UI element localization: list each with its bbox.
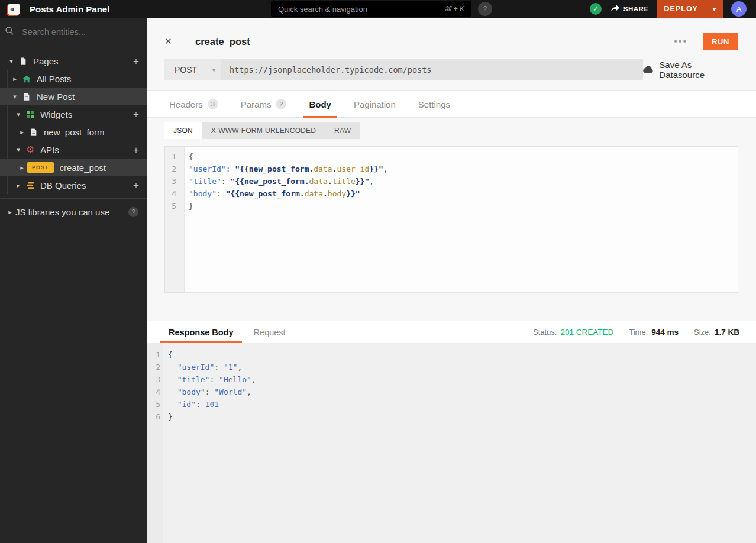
sidebar-item-label: Widgets — [40, 109, 147, 119]
add-entity-button[interactable]: + — [133, 56, 139, 66]
entity-search-placeholder: Search entities... — [22, 27, 86, 37]
more-options-button[interactable]: ••• — [674, 36, 687, 47]
code-token: . — [323, 189, 328, 198]
line-number: 5 — [147, 398, 163, 411]
search-icon — [5, 26, 14, 38]
code-token: { — [168, 350, 173, 359]
caret-right-icon[interactable]: ▸ — [17, 128, 27, 136]
code-text[interactable]: "userId": "1", — [163, 361, 242, 373]
quick-search-input[interactable]: Quick search & navigation ⌘ + K — [271, 1, 471, 17]
home-icon — [22, 74, 31, 83]
add-entity-button[interactable]: + — [133, 145, 139, 155]
code-token: "1" — [224, 363, 237, 371]
tab-params[interactable]: Params2 — [230, 91, 298, 117]
app-title: Posts Admin Panel — [30, 4, 109, 14]
caret-down-icon[interactable]: ▾ — [13, 111, 24, 118]
tab-settings[interactable]: Settings — [407, 91, 461, 117]
response-tabs: Response BodyRequest — [159, 321, 296, 343]
api-editor-pane: ✕ create_post ••• RUN POST ▾ https://jso… — [147, 18, 756, 543]
code-text[interactable]: "title": "{{new_post_form.data.title}}", — [184, 175, 374, 188]
sidebar-item-js-libraries[interactable]: ▸ JS libraries you can use ? — [0, 203, 147, 221]
time-value: 944 ms — [651, 328, 679, 337]
caret-down-icon[interactable]: ▾ — [13, 146, 24, 154]
share-icon — [611, 5, 619, 13]
tab-x-www-form-urlencoded[interactable]: X-WWW-FORM-URLENCODED — [202, 122, 325, 139]
tab-json[interactable]: JSON — [164, 122, 202, 139]
tab-raw[interactable]: RAW — [325, 122, 360, 139]
code-token: : — [205, 387, 215, 396]
save-as-datasource-button[interactable]: Save As Datasource — [643, 60, 738, 80]
code-token: }}" — [369, 164, 383, 173]
entity-search-input[interactable]: Search entities... — [0, 18, 147, 46]
code-token: "{{new_post_form. — [226, 189, 305, 198]
saved-check-icon: ✓ — [590, 3, 602, 15]
share-button[interactable]: SHARE — [611, 5, 649, 13]
tab-headers[interactable]: Headers3 — [158, 91, 230, 117]
sidebar-item-apis[interactable]: ▾⚙APIs+ — [0, 141, 147, 159]
response-body-viewer[interactable]: 1{2 "userId": "1",3 "title": "Hello",4 "… — [147, 343, 756, 543]
caret-right-icon[interactable]: ▸ — [13, 182, 24, 189]
request-body-editor[interactable]: 1{2"userId": "{{new_post_form.data.user_… — [164, 146, 738, 293]
code-text[interactable]: { — [184, 150, 193, 163]
caret-down-icon[interactable]: ▾ — [6, 57, 17, 65]
caret-right-icon[interactable]: ▸ — [9, 75, 20, 83]
tab-label: Pagination — [354, 99, 396, 109]
caret-down-icon[interactable]: ▾ — [9, 93, 20, 101]
sidebar-item-new-post-form[interactable]: ▸new_post_form — [0, 123, 147, 141]
tab-label: Request — [254, 328, 286, 337]
sidebar-item-label: DB Queries — [40, 180, 147, 190]
response-size: Size: 1.7 KB — [694, 328, 739, 337]
help-button[interactable]: ? — [478, 2, 492, 16]
tab-request[interactable]: Request — [244, 321, 296, 343]
code-token: body — [328, 189, 346, 198]
sidebar-item-new-post[interactable]: ▾New Post — [0, 88, 147, 105]
code-text[interactable]: } — [163, 411, 173, 423]
doc-icon — [22, 92, 31, 101]
code-text[interactable]: } — [184, 200, 193, 212]
code-token: "userId" — [189, 164, 226, 173]
tab-label: RAW — [334, 127, 351, 135]
sidebar-item-pages[interactable]: ▾Pages+ — [0, 52, 147, 70]
help-icon[interactable]: ? — [128, 207, 138, 217]
tab-body[interactable]: Body — [298, 91, 343, 117]
avatar[interactable]: A — [731, 1, 747, 17]
code-line: 3 "title": "Hello", — [147, 373, 756, 386]
sidebar-item-db-queries[interactable]: ▸DB Queries+ — [0, 176, 147, 194]
sidebar-item-widgets[interactable]: ▾Widgets+ — [0, 105, 147, 123]
code-line: 5 "id": 101 — [147, 398, 756, 411]
code-line: 3"title": "{{new_post_form.data.title}}"… — [165, 175, 738, 188]
code-line: 4"body": "{{new_post_form.data.body}}" — [165, 188, 738, 200]
code-text[interactable]: "userId": "{{new_post_form.data.user_id}… — [184, 163, 388, 175]
code-line: 6} — [147, 411, 756, 423]
app-logo[interactable]: a_ — [8, 4, 20, 15]
code-token: }}" — [346, 189, 360, 198]
code-token: "title" — [177, 375, 210, 384]
db-icon — [25, 180, 35, 190]
code-text[interactable]: "title": "Hello", — [163, 373, 256, 386]
code-text[interactable]: { — [163, 348, 173, 361]
response-code-lines: 1{2 "userId": "1",3 "title": "Hello",4 "… — [147, 348, 756, 423]
run-button[interactable]: RUN — [703, 33, 738, 50]
chevron-down-icon[interactable]: ▾ — [706, 6, 723, 12]
size-value: 1.7 KB — [715, 328, 739, 337]
line-number: 4 — [165, 188, 184, 200]
code-text[interactable]: "id": 101 — [163, 398, 219, 411]
deploy-button[interactable]: DEPLOY ▾ — [657, 0, 723, 18]
sidebar-item-create-post[interactable]: ▸POSTcreate_post — [0, 159, 147, 176]
url-input[interactable]: https://jsonplaceholder.typicode.com/pos… — [221, 59, 643, 80]
tab-response-body[interactable]: Response Body — [159, 321, 244, 343]
caret-right-icon[interactable]: ▸ — [17, 164, 27, 172]
code-text[interactable]: "body": "World", — [163, 386, 251, 398]
code-token: , — [247, 387, 251, 396]
add-entity-button[interactable]: + — [133, 109, 139, 119]
caret-right-icon[interactable]: ▸ — [5, 208, 15, 216]
sidebar-item-label: All Posts — [37, 74, 147, 84]
sidebar-item-all-posts[interactable]: ▸All Posts — [0, 70, 147, 88]
topbar-actions: ✓ SHARE DEPLOY ▾ A — [590, 0, 751, 18]
code-text[interactable]: "body": "{{new_post_form.data.body}}" — [184, 188, 360, 200]
close-icon[interactable]: ✕ — [164, 36, 176, 47]
code-token: "{{new_post_form. — [230, 177, 309, 186]
add-entity-button[interactable]: + — [133, 180, 139, 190]
tab-pagination[interactable]: Pagination — [343, 91, 407, 117]
http-method-select[interactable]: POST ▾ — [164, 59, 221, 80]
